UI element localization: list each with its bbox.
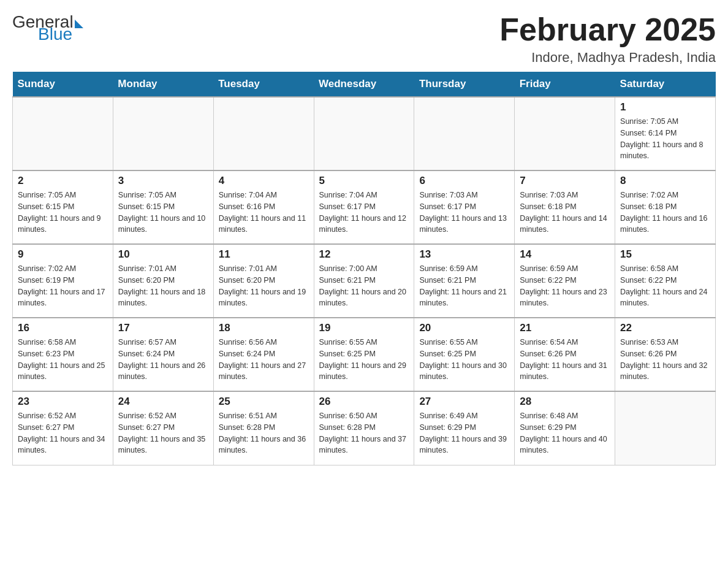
day-cell-4-4: 27Sunrise: 6:49 AMSunset: 6:29 PMDayligh… [414, 391, 515, 465]
day-info: Sunrise: 7:03 AMSunset: 6:17 PMDaylight:… [419, 190, 509, 236]
day-number: 16 [18, 322, 108, 334]
day-cell-2-6: 15Sunrise: 6:58 AMSunset: 6:22 PMDayligh… [615, 244, 716, 318]
day-number: 11 [219, 248, 309, 261]
day-number: 22 [620, 322, 710, 334]
day-info: Sunrise: 7:04 AMSunset: 6:16 PMDaylight:… [219, 190, 309, 236]
day-cell-0-4 [414, 97, 515, 170]
day-cell-3-3: 19Sunrise: 6:55 AMSunset: 6:25 PMDayligh… [314, 318, 414, 391]
day-cell-0-3 [314, 97, 414, 170]
day-cell-3-5: 21Sunrise: 6:54 AMSunset: 6:26 PMDayligh… [515, 318, 615, 391]
day-info: Sunrise: 7:03 AMSunset: 6:18 PMDaylight:… [520, 190, 610, 236]
day-number: 4 [219, 175, 309, 187]
day-number: 27 [419, 396, 509, 408]
day-info: Sunrise: 6:53 AMSunset: 6:26 PMDaylight:… [620, 337, 710, 383]
day-number: 28 [520, 396, 610, 408]
day-info: Sunrise: 6:59 AMSunset: 6:22 PMDaylight:… [520, 263, 610, 309]
day-cell-4-0: 23Sunrise: 6:52 AMSunset: 6:27 PMDayligh… [13, 391, 113, 465]
day-number: 8 [620, 175, 710, 187]
day-info: Sunrise: 7:02 AMSunset: 6:19 PMDaylight:… [18, 263, 108, 309]
day-number: 15 [620, 248, 710, 261]
day-cell-2-4: 13Sunrise: 6:59 AMSunset: 6:21 PMDayligh… [414, 244, 515, 318]
day-cell-4-1: 24Sunrise: 6:52 AMSunset: 6:27 PMDayligh… [113, 391, 213, 465]
day-info: Sunrise: 6:54 AMSunset: 6:26 PMDaylight:… [520, 337, 610, 383]
calendar-table: Sunday Monday Tuesday Wednesday Thursday… [12, 72, 716, 465]
day-cell-1-4: 6Sunrise: 7:03 AMSunset: 6:17 PMDaylight… [414, 170, 515, 244]
day-cell-2-0: 9Sunrise: 7:02 AMSunset: 6:19 PMDaylight… [13, 244, 113, 318]
page-header: General Blue February 2025 Indore, Madhy… [12, 12, 716, 66]
day-cell-3-1: 17Sunrise: 6:57 AMSunset: 6:24 PMDayligh… [113, 318, 213, 391]
col-sunday: Sunday [13, 72, 113, 97]
day-info: Sunrise: 7:02 AMSunset: 6:18 PMDaylight:… [620, 190, 710, 236]
day-info: Sunrise: 7:01 AMSunset: 6:20 PMDaylight:… [219, 263, 309, 309]
day-number: 5 [319, 175, 409, 187]
day-cell-0-6: 1Sunrise: 7:05 AMSunset: 6:14 PMDaylight… [615, 97, 716, 170]
week-row-1: 1Sunrise: 7:05 AMSunset: 6:14 PMDaylight… [13, 97, 716, 170]
col-monday: Monday [113, 72, 213, 97]
day-info: Sunrise: 6:58 AMSunset: 6:22 PMDaylight:… [620, 263, 710, 309]
col-thursday: Thursday [414, 72, 515, 97]
day-cell-1-5: 7Sunrise: 7:03 AMSunset: 6:18 PMDaylight… [515, 170, 615, 244]
day-number: 13 [419, 248, 509, 261]
day-info: Sunrise: 6:59 AMSunset: 6:21 PMDaylight:… [419, 263, 509, 309]
day-number: 7 [520, 175, 610, 187]
day-info: Sunrise: 7:05 AMSunset: 6:15 PMDaylight:… [118, 190, 208, 236]
day-cell-4-6 [615, 391, 716, 465]
day-number: 25 [219, 396, 309, 408]
day-info: Sunrise: 6:52 AMSunset: 6:27 PMDaylight:… [18, 410, 108, 456]
day-info: Sunrise: 6:49 AMSunset: 6:29 PMDaylight:… [419, 410, 509, 456]
day-number: 2 [18, 175, 108, 187]
day-number: 18 [219, 322, 309, 334]
day-number: 26 [319, 396, 409, 408]
day-info: Sunrise: 6:52 AMSunset: 6:27 PMDaylight:… [118, 410, 208, 456]
day-number: 1 [620, 101, 710, 113]
day-info: Sunrise: 7:05 AMSunset: 6:14 PMDaylight:… [620, 116, 710, 162]
day-number: 10 [118, 248, 208, 261]
day-number: 23 [18, 396, 108, 408]
day-cell-3-6: 22Sunrise: 6:53 AMSunset: 6:26 PMDayligh… [615, 318, 716, 391]
day-info: Sunrise: 7:04 AMSunset: 6:17 PMDaylight:… [319, 190, 409, 236]
day-cell-1-6: 8Sunrise: 7:02 AMSunset: 6:18 PMDaylight… [615, 170, 716, 244]
col-friday: Friday [515, 72, 615, 97]
day-info: Sunrise: 6:55 AMSunset: 6:25 PMDaylight:… [419, 337, 509, 383]
day-cell-0-0 [13, 97, 113, 170]
day-number: 17 [118, 322, 208, 334]
day-info: Sunrise: 7:01 AMSunset: 6:20 PMDaylight:… [118, 263, 208, 309]
col-tuesday: Tuesday [213, 72, 314, 97]
day-info: Sunrise: 6:50 AMSunset: 6:28 PMDaylight:… [319, 410, 409, 456]
col-saturday: Saturday [615, 72, 716, 97]
day-cell-4-2: 25Sunrise: 6:51 AMSunset: 6:28 PMDayligh… [213, 391, 314, 465]
day-cell-1-3: 5Sunrise: 7:04 AMSunset: 6:17 PMDaylight… [314, 170, 414, 244]
day-info: Sunrise: 6:58 AMSunset: 6:23 PMDaylight:… [18, 337, 108, 383]
col-wednesday: Wednesday [314, 72, 414, 97]
day-info: Sunrise: 6:55 AMSunset: 6:25 PMDaylight:… [319, 337, 409, 383]
logo-arrow-icon [75, 20, 83, 28]
day-number: 24 [118, 396, 208, 408]
title-section: February 2025 Indore, Madhya Pradesh, In… [499, 12, 716, 66]
day-info: Sunrise: 6:57 AMSunset: 6:24 PMDaylight:… [118, 337, 208, 383]
day-info: Sunrise: 7:00 AMSunset: 6:21 PMDaylight:… [319, 263, 409, 309]
day-cell-2-3: 12Sunrise: 7:00 AMSunset: 6:21 PMDayligh… [314, 244, 414, 318]
day-cell-4-3: 26Sunrise: 6:50 AMSunset: 6:28 PMDayligh… [314, 391, 414, 465]
day-info: Sunrise: 6:56 AMSunset: 6:24 PMDaylight:… [219, 337, 309, 383]
day-cell-3-0: 16Sunrise: 6:58 AMSunset: 6:23 PMDayligh… [13, 318, 113, 391]
day-cell-2-5: 14Sunrise: 6:59 AMSunset: 6:22 PMDayligh… [515, 244, 615, 318]
day-cell-2-2: 11Sunrise: 7:01 AMSunset: 6:20 PMDayligh… [213, 244, 314, 318]
day-cell-0-2 [213, 97, 314, 170]
day-number: 14 [520, 248, 610, 261]
day-number: 3 [118, 175, 208, 187]
day-info: Sunrise: 6:51 AMSunset: 6:28 PMDaylight:… [219, 410, 309, 456]
location-title: Indore, Madhya Pradesh, India [499, 50, 716, 66]
day-cell-1-0: 2Sunrise: 7:05 AMSunset: 6:15 PMDaylight… [13, 170, 113, 244]
day-cell-1-1: 3Sunrise: 7:05 AMSunset: 6:15 PMDaylight… [113, 170, 213, 244]
day-cell-3-2: 18Sunrise: 6:56 AMSunset: 6:24 PMDayligh… [213, 318, 314, 391]
week-row-5: 23Sunrise: 6:52 AMSunset: 6:27 PMDayligh… [13, 391, 716, 465]
logo-blue-text: Blue [38, 25, 72, 44]
day-info: Sunrise: 6:48 AMSunset: 6:29 PMDaylight:… [520, 410, 610, 456]
day-number: 6 [419, 175, 509, 187]
week-row-4: 16Sunrise: 6:58 AMSunset: 6:23 PMDayligh… [13, 318, 716, 391]
day-number: 9 [18, 248, 108, 261]
day-number: 12 [319, 248, 409, 261]
day-cell-3-4: 20Sunrise: 6:55 AMSunset: 6:25 PMDayligh… [414, 318, 515, 391]
day-cell-2-1: 10Sunrise: 7:01 AMSunset: 6:20 PMDayligh… [113, 244, 213, 318]
month-title: February 2025 [499, 12, 716, 47]
